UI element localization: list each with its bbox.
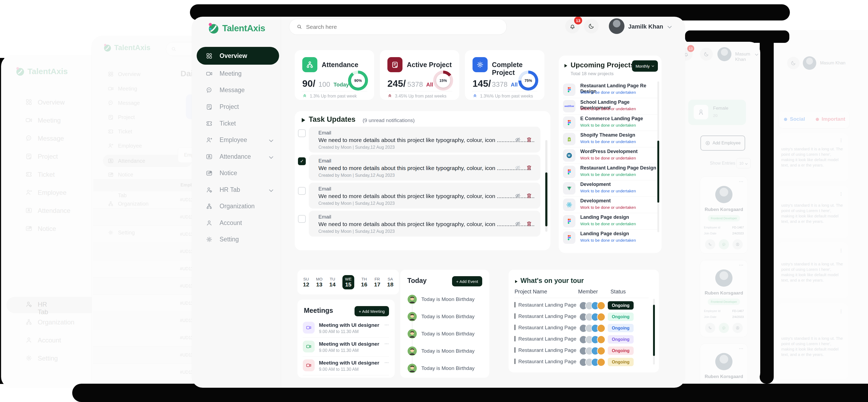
project-list-item[interactable]: Development Work to be done or undertake… — [563, 180, 657, 197]
eye-off-icon[interactable] — [515, 220, 521, 228]
task-checkbox[interactable] — [298, 187, 306, 195]
sidebar-item-attendance[interactable]: Attendance — [197, 148, 279, 165]
kebab-menu-icon[interactable]: ⋯ — [739, 346, 744, 351]
kebab-menu-icon[interactable]: ⋯ — [739, 179, 744, 184]
dark-mode-toggle[interactable] — [700, 48, 713, 61]
tour-row[interactable]: Restaurant Landing Page Ongoing — [508, 334, 651, 345]
sidebar-item-notice[interactable]: Notice — [108, 172, 114, 179]
scrollbar-thumb[interactable] — [657, 141, 659, 203]
task-checkbox[interactable] — [298, 129, 306, 137]
project-list-item[interactable]: Landing Page design Work to be done or u… — [563, 229, 657, 246]
scrollbar-thumb[interactable] — [545, 173, 548, 226]
birthday-item[interactable]: Today is Moon Birthday — [407, 312, 475, 321]
task-item[interactable]: Email We need to more details about this… — [309, 211, 540, 237]
sidebar-item-setting[interactable]: Setting — [25, 354, 32, 363]
table-row[interactable]: #UD11 — [93, 346, 192, 364]
project-list-item[interactable]: E Commerce Landing Page Work to be done … — [563, 114, 657, 131]
project-list-item[interactable]: Restaurant Landing Page Re Design Work t… — [563, 81, 657, 98]
table-row[interactable]: #UD11 — [93, 191, 192, 209]
trash-icon[interactable] — [526, 164, 532, 172]
dark-mode-toggle[interactable] — [787, 57, 800, 69]
user-name[interactable]: Masum Khan — [820, 61, 845, 65]
avatar[interactable] — [609, 18, 624, 34]
table-row[interactable]: #UD11 — [93, 260, 192, 278]
call-button[interactable] — [705, 239, 715, 249]
task-item[interactable]: Email We need to more details about this… — [309, 127, 540, 153]
notice-card[interactable]: ⋮ ustry's standard It is a long ut. The … — [777, 243, 848, 298]
monthly-filter-button[interactable]: Monthly — [632, 60, 658, 72]
task-item[interactable]: Email We need to more details about this… — [309, 183, 540, 209]
sidebar-item-employee[interactable]: Employee — [197, 131, 279, 148]
dark-mode-toggle[interactable] — [584, 19, 598, 33]
sidebar-item-meeting[interactable]: Meeting — [25, 117, 32, 125]
sidebar-item-meeting[interactable]: Meeting — [197, 65, 279, 82]
sidebar-item-overview[interactable]: Overview — [25, 99, 32, 107]
sidebar-item-organization[interactable]: Organization — [197, 198, 279, 214]
tag-social[interactable]: Social — [790, 116, 805, 122]
kebab-menu-icon[interactable]: ⋯ — [384, 360, 389, 365]
project-list-item[interactable]: Landing Page design Work to be done or u… — [563, 213, 657, 229]
trash-icon[interactable] — [526, 192, 532, 200]
trash-icon[interactable] — [526, 220, 532, 228]
status-badge[interactable]: Ongoing — [608, 301, 633, 310]
tour-row[interactable]: Restaurant Landing Page Ongoing — [508, 357, 651, 368]
sidebar-item-meeting[interactable]: Meeting — [108, 86, 114, 93]
sidebar-item-employee[interactable]: Employee — [108, 143, 114, 150]
table-row[interactable]: #UD11 — [93, 226, 192, 243]
task-checkbox[interactable] — [298, 215, 306, 223]
table-row[interactable]: #UD11 — [93, 209, 192, 226]
calendar-day[interactable]: TU14 — [329, 277, 335, 288]
sidebar-item-ticket[interactable]: Ticket — [197, 115, 279, 132]
add-employee-button[interactable]: Add Employee — [701, 135, 745, 151]
sidebar-item-attendance[interactable]: Attendance — [25, 207, 32, 215]
eye-off-icon[interactable] — [515, 192, 521, 200]
birthday-item[interactable]: Today is Moon Birthday — [407, 295, 475, 304]
calendar-day[interactable]: TH16 — [361, 277, 367, 288]
calendar-day[interactable]: SA18 — [387, 277, 393, 288]
status-badge[interactable]: Ongoing — [608, 346, 633, 355]
project-list-item[interactable]: S Shopify Theame Design Work to be done … — [563, 131, 657, 147]
kebab-menu-icon[interactable]: ⋮ — [839, 191, 844, 196]
add-meeting-button[interactable]: + Add Meeting — [354, 306, 389, 316]
notice-card[interactable]: ⋮ ustry's standard It is a long ut. The … — [777, 186, 848, 239]
search-bar[interactable] — [289, 19, 507, 35]
calendar-day[interactable]: MO13 — [316, 277, 322, 288]
birthday-item[interactable]: Today is Moon Birthday — [407, 364, 475, 373]
project-list-item[interactable]: W WordPress Development Work to be done … — [563, 147, 657, 164]
tour-row[interactable]: Restaurant Landing Page Ongoing — [508, 345, 651, 357]
trash-icon[interactable] — [526, 136, 532, 144]
message-button[interactable] — [719, 239, 729, 249]
tour-row[interactable]: Restaurant Landing Page Ongoing — [508, 322, 651, 334]
sidebar-item-message[interactable]: Message — [197, 82, 279, 98]
sidebar-item-ticket[interactable]: Ticket — [108, 128, 114, 135]
sidebar-item-message[interactable]: Message — [108, 100, 114, 107]
table-row[interactable]: #UD11 — [93, 364, 192, 381]
project-list-item[interactable]: webflow School Landing Page Development … — [563, 98, 657, 115]
eye-off-icon[interactable] — [515, 164, 521, 172]
add-event-button[interactable]: + Add Event — [452, 276, 482, 286]
sidebar-item-project[interactable]: Project — [108, 114, 114, 121]
notice-card[interactable]: ⋮ ustry's standard It is a long ut. The … — [777, 303, 848, 379]
sidebar-item-hrtab[interactable]: HR Tab — [25, 301, 32, 309]
status-badge[interactable]: Ongoing — [608, 358, 633, 366]
table-row[interactable]: #UD11 — [93, 312, 192, 329]
sidebar-item-notice[interactable]: Notice — [25, 225, 32, 233]
sidebar-item-message[interactable]: Message — [25, 135, 32, 143]
kebab-menu-icon[interactable]: ⋯ — [384, 322, 389, 328]
sidebar-item-overview[interactable]: Overview — [108, 71, 114, 78]
sidebar-item-organization[interactable]: Organization — [25, 318, 32, 327]
tour-row[interactable]: Restaurant Landing Page Ongoing — [508, 300, 651, 311]
sidebar-item-attendance[interactable]: Attendance — [108, 158, 114, 165]
notice-card[interactable]: ⋮ ustry's standard It is a long ut. The … — [777, 133, 848, 181]
sidebar-item-account[interactable]: Account — [25, 337, 32, 345]
task-item[interactable]: Email We need to more details about this… — [309, 155, 540, 181]
calendar-day[interactable]: SU12 — [303, 277, 309, 288]
sidebar-item-setting[interactable]: Setting — [197, 231, 279, 248]
employee-card[interactable]: ⋯ Ruben Korsgaard Frontend Developer Emp… — [700, 177, 748, 253]
tag-important[interactable]: Important — [822, 116, 845, 122]
sidebar-item-project[interactable]: Project — [197, 98, 279, 115]
message-button[interactable] — [719, 323, 729, 333]
kebab-menu-icon[interactable]: ⋯ — [739, 262, 744, 268]
table-row[interactable]: #UD11 — [93, 243, 192, 260]
scrollbar-thumb[interactable] — [653, 305, 655, 356]
